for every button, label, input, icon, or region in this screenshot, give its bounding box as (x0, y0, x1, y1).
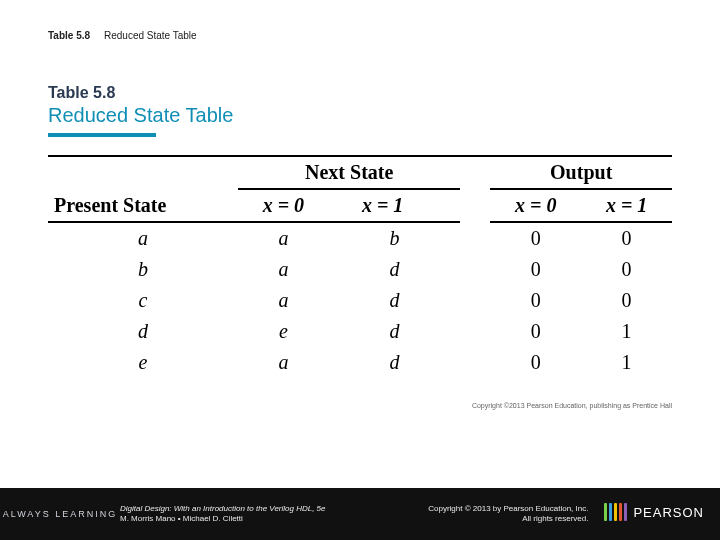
cell-ns-x1: d (329, 316, 461, 347)
figure-label: Table 5.8 (48, 84, 672, 102)
cell-out-x0: 0 (490, 347, 581, 378)
header-out-x1: x = 1 (581, 189, 672, 222)
footer-right: Copyright © 2013 by Pearson Education, I… (366, 504, 596, 525)
cell-out-x0: 0 (490, 316, 581, 347)
cell-ns-x0: e (238, 316, 329, 347)
cell-out-x1: 0 (581, 285, 672, 316)
cell-ns-x1: b (329, 222, 461, 254)
caption-label: Table 5.8 (48, 30, 90, 41)
table-row: aab00 (48, 222, 672, 254)
footer-rights: All rights reserved. (366, 514, 588, 524)
cell-present-state: e (48, 347, 238, 378)
slide: Table 5.8 Reduced State Table Table 5.8 … (0, 0, 720, 540)
table-row: ded01 (48, 316, 672, 347)
header-gap (460, 156, 490, 189)
header-next-state: Next State (238, 156, 460, 189)
cell-ns-x1: d (329, 347, 461, 378)
cell-present-state: c (48, 285, 238, 316)
figure-title: Reduced State Table (48, 104, 672, 127)
footer-authors: M. Morris Mano • Michael D. Ciletti (120, 514, 366, 524)
footer-center: Digital Design: With an Introduction to … (120, 504, 366, 525)
cell-present-state: d (48, 316, 238, 347)
footer-book-title: Digital Design: With an Introduction to … (120, 504, 366, 514)
cell-ns-x0: a (238, 254, 329, 285)
cell-ns-x1: d (329, 254, 461, 285)
pearson-logo: PEARSON (604, 503, 704, 521)
figure-block: Table 5.8 Reduced State Table Next State… (48, 84, 672, 409)
header-ns-x1: x = 1 (329, 189, 461, 222)
cell-present-state: a (48, 222, 238, 254)
header-out-x1-text: x = 1 (606, 194, 647, 216)
header-present-state: Present State (48, 189, 238, 222)
cell-gap (460, 285, 490, 316)
table-body: aab00bad00cad00ded01ead01 (48, 222, 672, 378)
cell-gap (460, 254, 490, 285)
table-row: bad00 (48, 254, 672, 285)
footer-logo: PEARSON (596, 503, 720, 525)
header-gap2 (460, 189, 490, 222)
cell-present-state: b (48, 254, 238, 285)
cell-ns-x1: d (329, 285, 461, 316)
cell-out-x1: 1 (581, 347, 672, 378)
header-ns-x1-text: x = 1 (362, 194, 403, 216)
table-row: ead01 (48, 347, 672, 378)
cell-gap (460, 222, 490, 254)
header-out-x0: x = 0 (490, 189, 581, 222)
logo-bar-1 (604, 503, 607, 521)
header-out-x0-text: x = 0 (515, 194, 556, 216)
header-ns-x0: x = 0 (238, 189, 329, 222)
cell-ns-x0: a (238, 222, 329, 254)
cell-out-x0: 0 (490, 222, 581, 254)
cell-out-x1: 0 (581, 254, 672, 285)
figure-tiny-credit: Copyright ©2013 Pearson Education, publi… (48, 402, 672, 409)
logo-bar-5 (624, 503, 627, 521)
footer-always-learning: ALWAYS LEARNING (0, 509, 120, 519)
logo-bar-4 (619, 503, 622, 521)
caption-text: Reduced State Table (104, 30, 197, 41)
cell-ns-x0: a (238, 285, 329, 316)
header-ns-x0-text: x = 0 (263, 194, 304, 216)
cell-out-x0: 0 (490, 285, 581, 316)
cell-out-x1: 0 (581, 222, 672, 254)
footer-copyright: Copyright © 2013 by Pearson Education, I… (366, 504, 588, 514)
cell-gap (460, 347, 490, 378)
state-table: Next State Output Present State x = 0 x … (48, 155, 672, 378)
slide-caption: Table 5.8 Reduced State Table (48, 30, 197, 41)
logo-bar-2 (609, 503, 612, 521)
header-blank (48, 156, 238, 189)
header-row-sub: Present State x = 0 x = 1 x = 0 x = 1 (48, 189, 672, 222)
header-row-groups: Next State Output (48, 156, 672, 189)
footer-bar: ALWAYS LEARNING Digital Design: With an … (0, 488, 720, 540)
accent-bar (48, 133, 156, 137)
figure-heading: Table 5.8 Reduced State Table (48, 84, 672, 137)
header-output: Output (490, 156, 672, 189)
cell-ns-x0: a (238, 347, 329, 378)
logo-bar-3 (614, 503, 617, 521)
logo-bars (604, 503, 627, 521)
logo-text: PEARSON (633, 505, 704, 520)
cell-gap (460, 316, 490, 347)
caption-spacer (93, 30, 101, 41)
cell-out-x0: 0 (490, 254, 581, 285)
table-row: cad00 (48, 285, 672, 316)
cell-out-x1: 1 (581, 316, 672, 347)
